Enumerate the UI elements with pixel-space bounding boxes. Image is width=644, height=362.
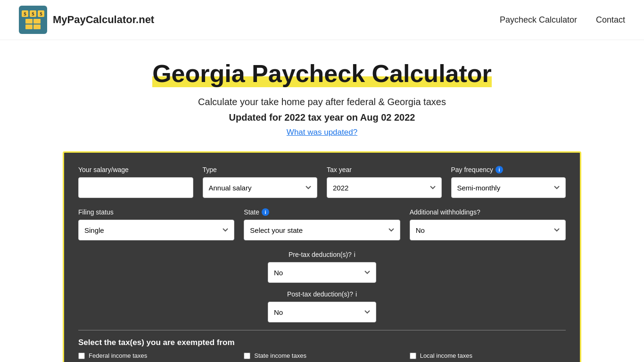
exemption-title: Select the tax(es) you are exempted from [78,338,566,347]
exemption-federal-checkbox[interactable] [78,353,85,359]
additional-label: Additional withholdings? [410,208,566,216]
pretax-row: Pre-tax deduction(s)? i No Yes [78,251,566,283]
type-select[interactable]: Annual salary Hourly wage Monthly salary… [203,177,318,198]
pay-freq-select[interactable]: Semi-monthly Weekly Bi-weekly Monthly Da… [451,177,566,198]
pay-freq-label: Pay frequency i [451,166,566,173]
exemption-grid: Federal income taxes State income taxes … [78,352,566,362]
pay-freq-group: Pay frequency i Semi-monthly Weekly Bi-w… [451,166,566,198]
additional-select[interactable]: No Yes [410,220,566,240]
exemption-state-income: State income taxes [244,352,400,359]
nav-paycheck-calculator[interactable]: Paycheck Calculator [500,15,577,25]
pay-freq-info-icon[interactable]: i [495,166,503,173]
salary-label: Your salary/wage [78,166,193,173]
logo-text: MyPayCalculator.net [53,14,154,26]
filing-label: Filing status [78,208,234,216]
pretax-info-icon[interactable]: i [354,251,355,258]
exemption-state-income-checkbox[interactable] [244,353,250,359]
exemption-state-income-label: State income taxes [254,352,306,359]
filing-select[interactable]: Single Married filing jointly Married fi… [78,220,234,240]
grid-cell-3 [25,25,33,29]
dollar-sign-1: $ [22,10,28,17]
section-divider [78,330,566,330]
tax-year-label: Tax year [327,166,442,173]
grid-cell-4 [33,25,41,29]
additional-group: Additional withholdings? No Yes [410,208,566,240]
form-row-1: Your salary/wage Type Annual salary Hour… [78,166,566,198]
dollar-row: $ $ $ [22,10,44,17]
grid-cell-2 [33,19,41,24]
posttax-label: Post-tax deduction(s)? i [287,290,357,298]
hero-section: Georgia Paycheck Calculator Calculate yo… [0,40,644,142]
salary-group: Your salary/wage [78,166,193,198]
salary-input[interactable] [78,177,193,198]
calculator-form: Your salary/wage Type Annual salary Hour… [63,151,581,362]
state-info-icon[interactable]: i [262,208,269,216]
type-group: Type Annual salary Hourly wage Monthly s… [203,166,318,198]
grid-cell-1 [25,19,33,24]
type-label: Type [203,166,318,173]
what-updated-link[interactable]: What was updated? [9,128,635,137]
page-title: Georgia Paycheck Calculator [152,60,492,87]
pretax-group: Pre-tax deduction(s)? i No Yes [78,251,566,283]
exemption-federal-label: Federal income taxes [89,352,147,359]
logo-grid [25,19,41,29]
hero-updated: Updated for 2022 tax year on Aug 02 2022 [9,112,635,123]
logo-icon: $ $ $ [19,6,47,34]
hero-subtitle: Calculate your take home pay after feder… [9,97,635,107]
pretax-select[interactable]: No Yes [268,262,376,283]
nav-links: Paycheck Calculator Contact [500,15,625,25]
exemption-local-label: Local income taxes [420,352,472,359]
dollar-sign-3: $ [38,10,44,17]
filing-group: Filing status Single Married filing join… [78,208,234,240]
exemption-local: Local income taxes [410,352,566,359]
tax-year-select[interactable]: 2022 2021 2020 [327,177,442,198]
posttax-row: Post-tax deduction(s)? i No Yes [78,290,566,322]
pretax-label: Pre-tax deduction(s)? i [289,251,355,258]
nav-contact[interactable]: Contact [596,15,625,25]
posttax-select[interactable]: No Yes [268,302,376,322]
exemption-local-checkbox[interactable] [410,353,416,359]
exemption-federal: Federal income taxes [78,352,234,359]
form-row-2: Filing status Single Married filing join… [78,208,566,240]
exemption-section: Select the tax(es) you are exempted from… [78,338,566,362]
state-group: State i Select your state Georgia Alabam… [244,208,400,240]
posttax-info-icon[interactable]: i [355,290,357,298]
dollar-sign-2: $ [30,10,36,17]
tax-year-group: Tax year 2022 2021 2020 [327,166,442,198]
navbar: $ $ $ MyPayCalculator.net Paycheck Calcu… [0,0,644,40]
state-label: State i [244,208,400,216]
state-select[interactable]: Select your state Georgia Alabama Alaska… [244,220,400,240]
logo-area: $ $ $ MyPayCalculator.net [19,6,154,34]
posttax-group: Post-tax deduction(s)? i No Yes [78,290,566,322]
